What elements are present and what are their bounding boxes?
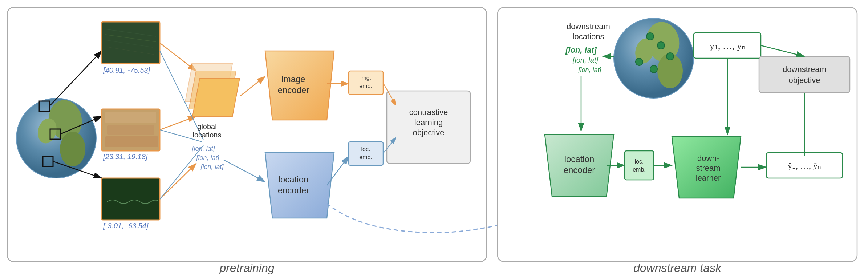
ds-globe-dot-3: [666, 53, 674, 60]
global-locations-label: global: [197, 123, 216, 131]
ds-objective-label-1: downstream: [783, 65, 826, 74]
location-encoder-label-1: location: [279, 174, 309, 184]
loc-item-1-pre: [lon, lat]: [191, 145, 215, 152]
ds-loc-encoder-label-2: encoder: [564, 165, 595, 175]
globe-land-2: [60, 132, 85, 166]
stacked-page-3: [192, 78, 240, 116]
ds-loc-emb-label-1: loc.: [635, 158, 644, 165]
downstream-objective-box: [759, 56, 850, 93]
loc-item-3-pre: [lon, lat]: [200, 163, 224, 170]
ds-loc-emb-label-2: emb.: [633, 166, 646, 173]
contrastive-label-3: objective: [413, 128, 445, 137]
image-encoder-label-1: image: [281, 74, 305, 84]
y-label: y₁, …, yₙ: [710, 41, 745, 51]
image-encoder-label-2: encoder: [278, 85, 309, 95]
main-svg: pretraining: [0, 0, 868, 277]
ds-loc-emb-box: [625, 151, 654, 180]
svg-rect-14: [105, 136, 158, 147]
global-locations-label-2: locations: [193, 131, 222, 139]
pretraining-label: pretraining: [219, 261, 274, 274]
location-encoder-label-2: encoder: [278, 185, 309, 195]
sat-image-3: [102, 178, 160, 220]
ds-locations-label-2: locations: [573, 32, 604, 41]
ds-globe-dot-5: [636, 58, 643, 65]
loc-emb-label-2: emb.: [359, 154, 372, 160]
ds-learner-label-2: stream: [696, 164, 720, 173]
ds-globe-dot-1: [646, 33, 654, 40]
ds-loc-encoder-label-1: location: [564, 154, 595, 164]
svg-rect-13: [107, 125, 154, 135]
ds-learner-label-1: down-: [697, 154, 719, 163]
ds-locations-label-1: downstream: [567, 22, 610, 31]
svg-rect-12: [105, 112, 156, 123]
loc-item-2-pre: [lon, lat]: [196, 154, 219, 161]
contrastive-label-1: contrastive: [409, 108, 448, 117]
coord-2: [23.31, 19.18]: [103, 153, 148, 161]
diagram-container: pretraining: [0, 0, 868, 277]
ds-loc-item-3: [lon, lat]: [578, 66, 601, 73]
sat-image-1: [102, 22, 160, 64]
downstream-task-label: downstream task: [633, 261, 722, 274]
y-hat-label: ŷ₁, …, ŷₙ: [788, 161, 821, 170]
ds-loc-item-1: [lon, lat]: [565, 45, 597, 55]
loc-emb-label-1: loc.: [361, 146, 370, 152]
ds-globe-dot-4: [650, 65, 657, 73]
coord-1: [40.91, -75.53]: [103, 66, 150, 74]
ds-objective-label-2: objective: [789, 76, 820, 85]
contrastive-box: [387, 91, 470, 164]
ds-globe-dot-2: [657, 42, 665, 49]
ds-loc-item-2: [lon, lat]: [572, 56, 598, 64]
img-emb-label-1: img.: [360, 75, 371, 81]
coord-3: [-3.01, -63.54]: [103, 222, 149, 230]
img-emb-label-2: emb.: [359, 83, 372, 89]
loc-emb-box: [349, 142, 383, 165]
ds-learner-label-3: learner: [696, 173, 721, 182]
contrastive-label-2: learning: [414, 118, 443, 127]
